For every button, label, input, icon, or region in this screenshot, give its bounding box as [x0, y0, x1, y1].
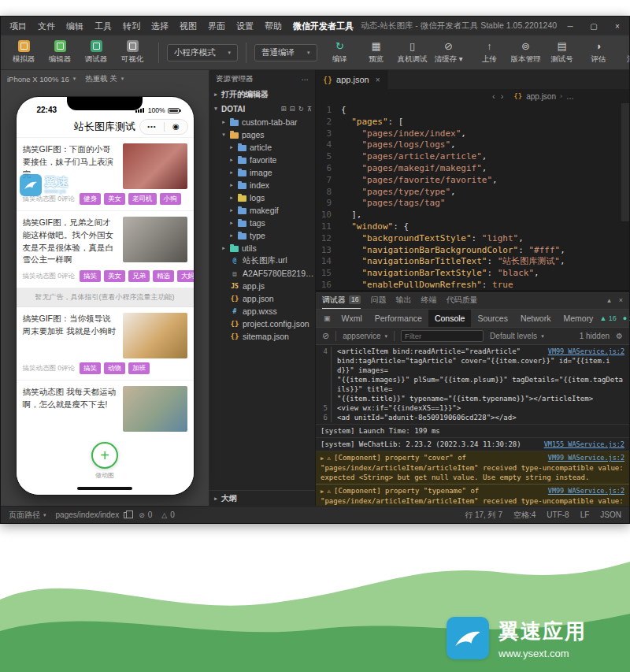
device-selector[interactable]: iPhone X 100% 16 ▾: [7, 75, 76, 84]
article-image[interactable]: [123, 143, 187, 189]
tag-chip[interactable]: 精选: [153, 270, 174, 282]
capsule-menu[interactable]: ••• ◉: [139, 119, 188, 135]
panel-tab[interactable]: 输出: [395, 291, 411, 309]
tree-item[interactable]: JSapp.js: [209, 280, 315, 292]
tree-item[interactable]: ▸favorite: [209, 154, 315, 166]
article-image[interactable]: [123, 217, 187, 262]
menu-item[interactable]: 项目: [4, 17, 32, 35]
devtools-tab-network[interactable]: Network: [514, 310, 558, 327]
remote-debug-button[interactable]: ▯真机调试: [395, 37, 431, 69]
tree-item[interactable]: ▸logs: [209, 191, 315, 204]
scrollbar[interactable]: [621, 103, 629, 221]
menu-item[interactable]: 转到: [117, 17, 146, 35]
tree-item[interactable]: ▸index: [209, 179, 315, 191]
tree-item[interactable]: ▸tags: [209, 217, 315, 229]
devtools-tab-wxml[interactable]: Wxml: [335, 310, 369, 327]
back-icon[interactable]: ‹: [492, 91, 495, 101]
menu-item[interactable]: 微信开发者工具: [287, 17, 359, 35]
tree-item[interactable]: {}app.json: [209, 292, 315, 305]
devtools-tab-memory[interactable]: Memory: [557, 310, 599, 327]
clear-cache-button[interactable]: ⊘清缓存 ▾: [431, 37, 467, 69]
editor-toggle[interactable]: 编辑器: [42, 37, 78, 69]
outline-section[interactable]: ▸ 大纲: [209, 490, 315, 506]
test-account-button[interactable]: ▤测试号: [544, 37, 580, 69]
tag-chip[interactable]: 加班: [128, 362, 150, 374]
panel-tab[interactable]: 调试器16: [322, 291, 361, 309]
expander-icon[interactable]: ▶: [321, 488, 324, 495]
status-item[interactable]: 空格:4: [513, 510, 536, 521]
close-panel-icon[interactable]: ×: [619, 296, 623, 304]
devtools-tab-performance[interactable]: Performance: [369, 310, 428, 327]
close-button[interactable]: ×: [606, 17, 629, 35]
version-control-button[interactable]: ⊚版本管理: [508, 37, 544, 69]
new-folder-icon[interactable]: ⊟: [290, 105, 295, 113]
source-link[interactable]: VM99 WAService.js:2: [548, 347, 624, 356]
collapse-all-icon[interactable]: ⊼: [307, 105, 312, 113]
panel-tab[interactable]: 终端: [421, 291, 436, 309]
simulator-toggle[interactable]: 模拟器: [6, 37, 42, 69]
tree-item[interactable]: {}project.config.json: [209, 317, 315, 330]
compile-button[interactable]: ↻编译: [322, 37, 358, 69]
menu-item[interactable]: 设置: [231, 17, 259, 35]
page-path-selector[interactable]: 页面路径 ▾: [9, 510, 46, 521]
article-item[interactable]: 搞笑动态图 我每天都运动啊，怎么就是瘦不下去!: [17, 381, 194, 436]
menu-item[interactable]: 文件: [32, 17, 61, 35]
article-image[interactable]: [123, 386, 187, 432]
collapse-panel-icon[interactable]: ▴: [607, 296, 611, 304]
source-link[interactable]: VM99 WAService.js:2: [548, 453, 624, 462]
more-icon[interactable]: •••: [147, 124, 156, 130]
tag-chip[interactable]: 兄弟: [128, 270, 150, 282]
preview-button[interactable]: ▦预览: [358, 37, 395, 69]
tree-item[interactable]: #app.wxss: [209, 305, 315, 317]
tree-item[interactable]: {}sitemap.json: [209, 330, 315, 343]
tag-chip[interactable]: 小狗: [160, 193, 181, 205]
panel-tab[interactable]: 问题: [370, 291, 386, 309]
code-editor[interactable]: 1{2 "pages": [3 "pages/index/index",4 "p…: [316, 103, 629, 291]
source-link[interactable]: VM99 WAService.js:2: [548, 486, 624, 496]
status-item[interactable]: JSON: [600, 510, 621, 521]
tree-item[interactable]: ▸type: [209, 229, 315, 242]
menu-item[interactable]: 界面: [202, 17, 231, 35]
context-selector[interactable]: appservice ▾: [343, 332, 387, 340]
tag-chip[interactable]: 搞笑: [80, 270, 101, 282]
more-icon[interactable]: ⋯: [302, 75, 309, 84]
tag-chip[interactable]: 美女: [104, 270, 125, 282]
close-icon[interactable]: ×: [376, 76, 380, 84]
minimize-button[interactable]: ─: [558, 17, 582, 35]
mode-dropdown[interactable]: 小程序模式 ▾: [167, 44, 238, 61]
status-item[interactable]: LF: [580, 510, 590, 521]
article-item[interactable]: 搞笑GIF图：当你领导说周末要加班 我就是小狗时: [17, 307, 194, 362]
tree-item[interactable]: ▾pages: [209, 128, 315, 141]
project-section[interactable]: ▾ DOTAI ⊞ ⊟ ↻ ⊼: [209, 102, 315, 116]
message-button[interactable]: ✉消息: [617, 37, 630, 69]
make-gif-button[interactable]: +: [91, 442, 118, 469]
menu-item[interactable]: 选择: [146, 17, 174, 35]
menu-item[interactable]: 编辑: [61, 17, 89, 35]
settings-icon[interactable]: ⚙: [616, 332, 623, 340]
levels-dropdown[interactable]: Default levels ▾: [490, 332, 544, 340]
tree-item[interactable]: ▸makegif: [209, 204, 315, 217]
tree-item[interactable]: ▤A2AF5780E8219A8CC4…: [209, 267, 315, 280]
devtools-tab-sources[interactable]: Sources: [471, 310, 514, 327]
menu-item[interactable]: 视图: [174, 17, 202, 35]
status-item[interactable]: 行 17, 列 7: [465, 510, 502, 521]
source-link[interactable]: VM155 WAService.js:2: [544, 440, 624, 449]
device-toolbar-icon[interactable]: ▣: [319, 310, 335, 327]
panel-tab[interactable]: 代码质量: [446, 291, 477, 309]
hot-reload-toggle[interactable]: 热重载 关 ▾: [85, 74, 124, 84]
tree-item[interactable]: ▸custom-tab-bar: [209, 116, 315, 128]
refresh-icon[interactable]: ↻: [298, 105, 304, 113]
tree-item[interactable]: ▸image: [209, 166, 315, 179]
menu-item[interactable]: 帮助: [259, 17, 287, 35]
upload-button[interactable]: ↑上传: [472, 37, 508, 69]
exit-icon[interactable]: ◉: [172, 123, 180, 131]
tag-chip[interactable]: 健身: [80, 193, 101, 205]
devtools-tab-console[interactable]: Console: [428, 310, 472, 327]
forward-icon[interactable]: ›: [501, 91, 504, 101]
expander-icon[interactable]: ▶: [321, 455, 324, 462]
clear-console-icon[interactable]: ⊘: [322, 331, 329, 341]
tag-chip[interactable]: 老司机: [128, 193, 157, 205]
tag-chip[interactable]: 搞笑: [80, 362, 101, 374]
open-editors-section[interactable]: ▸ 打开的编辑器: [209, 87, 315, 102]
new-file-icon[interactable]: ⊞: [280, 105, 286, 113]
